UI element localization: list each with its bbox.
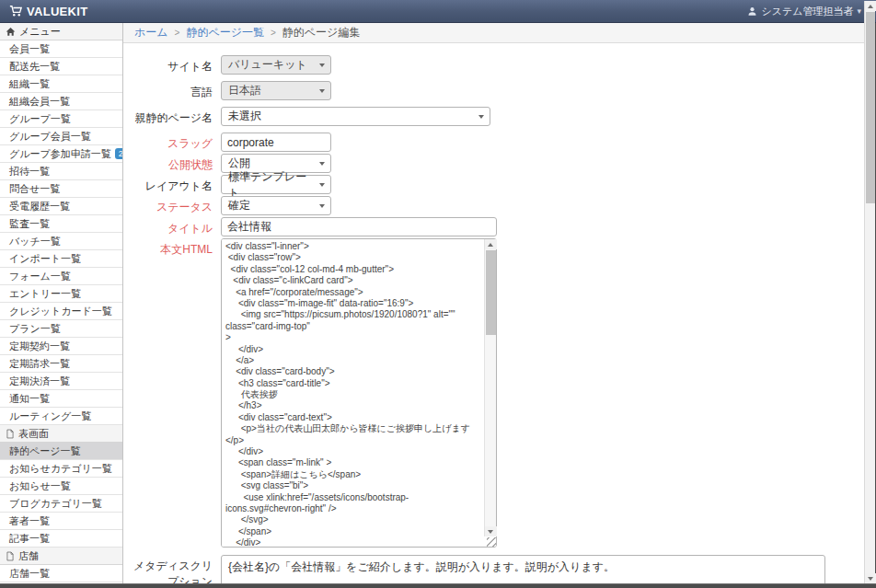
sidebar-item-label: 監査一覧: [9, 215, 50, 232]
chevron-down-icon: [319, 204, 325, 208]
sidebar-item-label: グループ一覧: [9, 110, 71, 127]
person-icon: [747, 6, 757, 17]
breadcrumb-separator: >: [175, 28, 180, 38]
meta-description-textarea[interactable]: {会社名}の「会社情報」をご紹介します。説明が入ります。説明が入ります。: [221, 555, 825, 583]
field-label-publish-status: 公開状態: [123, 154, 221, 173]
sidebar-item[interactable]: 問合せ一覧: [0, 180, 122, 198]
slug-input[interactable]: [221, 133, 331, 152]
sidebar-item[interactable]: プラン一覧: [0, 320, 122, 338]
sidebar-item-label: ルーティング一覧: [9, 408, 91, 424]
scroll-up-arrow[interactable]: [485, 239, 497, 249]
brand-label: VALUEKIT: [27, 5, 87, 18]
sidebar-item[interactable]: 定期決済一覧: [0, 373, 122, 390]
sidebar-menu: メニュー会員一覧配送先一覧組織一覧組織会員一覧グループ一覧グループ会員一覧グルー…: [0, 23, 122, 582]
sidebar-section-header: 表画面: [0, 425, 122, 443]
sidebar-item-label: お知らせカテゴリ一覧: [9, 460, 112, 477]
sidebar-item[interactable]: 会員一覧: [0, 40, 122, 58]
caret-down-icon: ▾: [857, 6, 861, 16]
scroll-up-arrow[interactable]: [865, 1, 876, 11]
sidebar-item[interactable]: 静的ページ一覧: [0, 443, 122, 460]
file-icon: [6, 551, 15, 561]
field-label-parent-page: 親静的ページ名: [123, 107, 221, 126]
breadcrumb-separator: >: [271, 28, 276, 38]
brand[interactable]: VALUEKIT: [9, 5, 87, 18]
textarea-scrollbar[interactable]: [484, 239, 496, 536]
site-name-select[interactable]: バリューキット: [221, 55, 331, 75]
sidebar-item-label: 定期決済一覧: [9, 373, 70, 389]
scrollbar-thumb[interactable]: [866, 12, 875, 203]
field-label-slug: スラッグ: [123, 133, 221, 152]
page-scrollbar[interactable]: [864, 1, 875, 583]
sidebar-item[interactable]: インポート一覧: [0, 250, 122, 268]
window-bottom-edge: [0, 583, 876, 588]
sidebar-section-header: 店舗: [0, 548, 122, 565]
field-label-layout-name: レイアウト名: [123, 175, 221, 194]
sidebar-item-label: 著者一覧: [9, 513, 50, 529]
sidebar-item[interactable]: 招待一覧: [0, 163, 122, 180]
sidebar-item[interactable]: 店舗一覧: [0, 565, 122, 582]
sidebar-item[interactable]: 定期請求一覧: [0, 355, 122, 373]
home-icon: [6, 27, 16, 37]
sidebar-item-label: 記事一覧: [9, 530, 50, 547]
sidebar-item[interactable]: 通知一覧: [0, 390, 122, 408]
app-window: VALUEKIT システム管理担当者 ▾ メニュー会員一覧配送先一覧組織一覧組織…: [0, 0, 876, 588]
breadcrumb-link-static-pages[interactable]: 静的ページ一覧: [186, 25, 264, 40]
title-input[interactable]: [221, 217, 497, 236]
user-menu[interactable]: システム管理担当者 ▾: [747, 5, 861, 18]
field-label-site-name: サイト名: [123, 55, 221, 75]
sidebar-item[interactable]: バッチ一覧: [0, 233, 122, 250]
sidebar-item-label: メニュー: [19, 23, 61, 40]
scroll-down-arrow[interactable]: [485, 526, 497, 536]
resize-grip[interactable]: [487, 537, 496, 547]
sidebar-item[interactable]: グループ一覧: [0, 110, 122, 128]
sidebar-item[interactable]: 配送先一覧: [0, 58, 122, 75]
sidebar-item-label: エントリー一覧: [9, 285, 81, 302]
sidebar-item[interactable]: 受電履歴一覧: [0, 198, 122, 215]
sidebar-item[interactable]: 組織会員一覧: [0, 93, 122, 110]
parent-page-select[interactable]: 未選択: [221, 107, 490, 126]
status-select[interactable]: 確定: [221, 196, 331, 215]
file-icon: [6, 429, 15, 439]
sidebar-item-label: 表画面: [18, 425, 49, 442]
sidebar-item-label: 通知一覧: [9, 390, 50, 407]
sidebar-item-label: お知らせ一覧: [9, 478, 71, 494]
chevron-down-icon: [319, 89, 325, 93]
language-value: 日本語: [228, 83, 261, 98]
sidebar-item[interactable]: フォーム一覧: [0, 268, 122, 285]
chevron-down-icon: [319, 183, 325, 187]
sidebar-item-label: 受電履歴一覧: [9, 198, 70, 214]
sidebar-item[interactable]: 定期契約一覧: [0, 338, 122, 355]
sidebar-item[interactable]: クレジットカード一覧: [0, 303, 122, 320]
chevron-down-icon: [319, 162, 325, 166]
sidebar-item[interactable]: エントリー一覧: [0, 285, 122, 303]
sidebar-item-label: 定期契約一覧: [9, 338, 70, 354]
sidebar-item[interactable]: ルーティング一覧: [0, 408, 122, 425]
field-label-body-html: 本文HTML: [123, 238, 221, 258]
language-select[interactable]: 日本語: [221, 81, 331, 100]
sidebar-item[interactable]: グループ会員一覧: [0, 128, 122, 145]
sidebar-item[interactable]: 著者一覧: [0, 513, 122, 530]
scroll-down-arrow[interactable]: [865, 573, 876, 583]
sidebar-item[interactable]: お知らせ一覧: [0, 478, 122, 495]
sidebar-item[interactable]: グループ参加申請一覧2件: [0, 145, 122, 163]
sidebar-item-label: 店舗一覧: [9, 565, 50, 582]
sidebar-item[interactable]: ブログカテゴリ一覧: [0, 495, 122, 513]
body-html-textarea[interactable]: <div class="l-inner"> <div class="row"> …: [221, 238, 497, 548]
sidebar-item-label: 静的ページ一覧: [9, 443, 81, 459]
scrollbar-thumb[interactable]: [486, 250, 496, 335]
field-label-title: タイトル: [123, 217, 221, 236]
sidebar-item[interactable]: お知らせカテゴリ一覧: [0, 460, 122, 478]
breadcrumb-link-home[interactable]: ホーム: [134, 25, 168, 40]
sidebar-item[interactable]: 組織一覧: [0, 75, 122, 93]
layout-name-select[interactable]: 標準テンプレート: [221, 175, 331, 194]
field-label-language: 言語: [123, 81, 221, 100]
user-menu-label: システム管理担当者: [761, 5, 853, 18]
sidebar-item-label: インポート一覧: [9, 250, 81, 267]
edit-form: サイト名 バリューキット 言語 日本語 親静的ページ名 未選択: [123, 43, 864, 583]
sidebar-item-label: グループ会員一覧: [9, 128, 91, 144]
sidebar-item-label: 組織一覧: [9, 75, 50, 92]
sidebar-item[interactable]: 記事一覧: [0, 530, 122, 548]
sidebar-item[interactable]: 監査一覧: [0, 215, 122, 233]
sidebar-item-label: 会員一覧: [9, 40, 50, 57]
sidebar-item-label: フォーム一覧: [9, 268, 71, 284]
